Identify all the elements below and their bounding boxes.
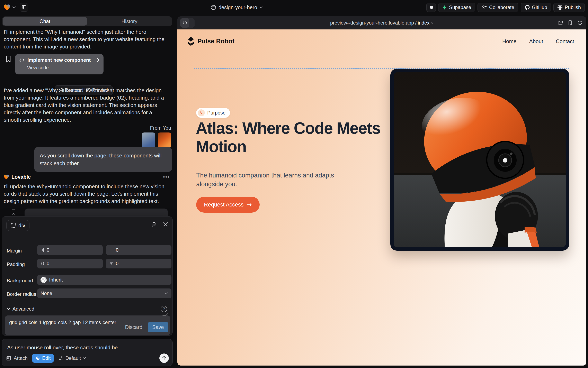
border-radius-select[interactable]: None: [37, 288, 171, 298]
border-radius-value: None: [40, 291, 52, 296]
component-card[interactable]: Implement new component View code: [15, 54, 104, 74]
user-message-bubble: As you scroll down the page, these compo…: [34, 147, 172, 172]
edit-mode-button[interactable]: Edit: [32, 354, 54, 363]
collaborate-button[interactable]: Collaborate: [477, 3, 518, 12]
hero-robot-card: [390, 69, 569, 251]
assistant-message-1: I'll implement the "Why Humanoid" sectio…: [4, 28, 170, 50]
preview-url-bar[interactable]: preview--design-your-hero.lovable.app / …: [177, 16, 586, 29]
from-you-label: From You: [150, 125, 171, 131]
save-button[interactable]: Save: [148, 322, 168, 332]
nav-about[interactable]: About: [529, 38, 543, 45]
top-bar: design-your-hero Supabase Collaborate Gi…: [0, 0, 588, 15]
margin-vertical-icon: [109, 248, 113, 252]
chevron-right-icon: [97, 58, 99, 62]
discard-button[interactable]: Discard: [125, 324, 142, 330]
collaborate-icon: [481, 5, 487, 10]
mobile-view-icon[interactable]: [568, 20, 572, 26]
preview-chrome-bar: preview--design-your-hero.lovable.app / …: [177, 16, 586, 29]
chevron-down-icon: [431, 22, 434, 24]
site-logo[interactable]: Pulse Robot: [187, 37, 235, 46]
lovable-app: design-your-hero Supabase Collaborate Gi…: [0, 0, 588, 368]
tab-chat[interactable]: Chat: [3, 17, 87, 26]
dashed-box-icon: [11, 223, 16, 228]
assistant-name: Lovable: [11, 174, 31, 180]
hero-subtitle: The humanoid companion that learns and a…: [196, 171, 354, 188]
tab-history[interactable]: History: [87, 17, 172, 26]
bookmark-icon[interactable]: [6, 55, 11, 63]
help-icon[interactable]: ?: [161, 306, 167, 312]
mode-label: Default: [65, 355, 81, 361]
sidebar-icon: [21, 5, 26, 10]
publish-globe-icon: [557, 5, 563, 10]
bookmark-icon: [11, 209, 16, 215]
composer-input[interactable]: As user mouse roll over, these cards sho…: [7, 344, 118, 351]
message-menu-button[interactable]: •••: [163, 174, 170, 180]
delete-element-icon[interactable]: [151, 222, 156, 228]
background-value: Inherit: [49, 277, 63, 283]
chat-mode-select[interactable]: Default: [58, 355, 86, 361]
settings-button[interactable]: [426, 3, 436, 12]
publish-label: Publish: [565, 4, 581, 10]
preview-path: index: [418, 20, 429, 26]
margin-x-input[interactable]: 0: [37, 245, 103, 255]
hero-badge-label: Purpose: [207, 110, 226, 116]
margin-x-value: 0: [47, 247, 49, 253]
chevron-down-icon: [164, 292, 168, 294]
background-input[interactable]: Inherit: [37, 275, 171, 285]
padding-label: Padding: [7, 261, 25, 267]
padding-x-input[interactable]: 0: [37, 259, 103, 268]
attach-label: Attach: [14, 355, 28, 361]
workspace-chevron-down-icon[interactable]: [12, 6, 16, 9]
toggle-sidebar-button[interactable]: [20, 3, 28, 12]
nav-home[interactable]: Home: [502, 38, 516, 45]
globe-icon: [211, 5, 216, 10]
sliders-icon: [58, 356, 63, 360]
refresh-icon[interactable]: [577, 20, 582, 25]
collaborate-label: Collaborate: [489, 4, 514, 10]
chat-history-tabs: Chat History: [2, 16, 172, 26]
supabase-button[interactable]: Supabase: [438, 3, 475, 12]
attach-image-icon: [6, 356, 12, 361]
selected-element-chip[interactable]: div: [6, 220, 29, 231]
code-icon: [19, 58, 25, 62]
request-access-button[interactable]: Request Access: [196, 197, 260, 213]
component-card-title: Implement new component: [28, 57, 91, 63]
project-switcher[interactable]: design-your-hero: [211, 0, 263, 15]
view-code-link[interactable]: View code: [27, 65, 99, 71]
site-brand-name: Pulse Robot: [198, 38, 235, 45]
target-icon: [35, 356, 40, 361]
element-inspector-panel: div Margin 0 0 Padding 0: [2, 216, 173, 336]
attachment-thumbnail-orange[interactable]: [158, 132, 171, 148]
margin-y-value: 0: [116, 247, 118, 253]
margin-y-input[interactable]: 0: [106, 245, 171, 255]
nav-contact[interactable]: Contact: [556, 38, 574, 45]
attachment-thumbnail-blue[interactable]: [142, 132, 155, 148]
site-nav: Home About Contact: [502, 38, 574, 45]
advanced-section-toggle[interactable]: Advanced: [7, 306, 34, 312]
hero-heading: Atlas: Where Code Meets Motion: [196, 119, 402, 156]
github-button[interactable]: GitHub: [521, 3, 551, 12]
edit-label: Edit: [42, 355, 50, 361]
open-in-new-tab-icon[interactable]: [558, 20, 563, 25]
close-inspector-icon[interactable]: [163, 222, 168, 227]
send-button[interactable]: [159, 353, 169, 363]
margin-label: Margin: [7, 248, 22, 254]
url-separator: /: [415, 20, 417, 26]
chat-composer[interactable]: As user mouse roll over, these cards sho…: [2, 339, 173, 366]
supabase-label: Supabase: [449, 4, 471, 10]
supabase-icon: [442, 5, 447, 10]
arrow-right-icon: [247, 202, 252, 207]
assistant-message-3: I'll update the WhyHumanoid component to…: [4, 183, 170, 205]
element-tag: div: [19, 222, 25, 229]
publish-button[interactable]: Publish: [553, 3, 585, 12]
attach-button[interactable]: Attach: [6, 355, 28, 361]
advanced-label: Advanced: [12, 306, 34, 312]
lovable-logo-icon[interactable]: [4, 4, 10, 10]
assistant-message-2: I've added a new "Why Humanoid" section …: [4, 87, 170, 123]
background-label: Background: [7, 278, 33, 284]
gear-icon: [428, 5, 434, 10]
transparent-swatch-icon: [40, 277, 47, 283]
padding-vertical-icon: [109, 262, 113, 265]
padding-x-value: 0: [47, 261, 49, 267]
padding-y-input[interactable]: 0: [106, 259, 171, 268]
